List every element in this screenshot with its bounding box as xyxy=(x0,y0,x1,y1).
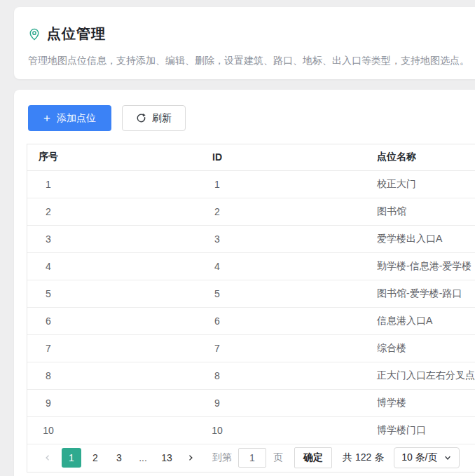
cell-id: 4 xyxy=(69,252,365,280)
cell-id: 8 xyxy=(69,362,365,389)
cell-index: 3 xyxy=(27,225,69,252)
page-button-1[interactable]: 1 xyxy=(62,448,81,468)
chevron-right-icon xyxy=(186,454,195,462)
page-description: 管理地图点位信息，支持添加、编辑、删除，设置建筑、路口、地标、出入口等类型，支持… xyxy=(28,53,475,67)
cell-name: 爱学楼出入口A xyxy=(365,225,475,252)
page-size-select[interactable]: 10 条/页 xyxy=(394,447,459,468)
cell-name: 博学楼 xyxy=(365,389,475,416)
cell-index: 6 xyxy=(27,307,69,334)
table-row: 3 3 爱学楼出入口A xyxy=(27,225,475,252)
cell-index: 7 xyxy=(27,334,69,362)
cell-id: 6 xyxy=(69,307,365,334)
table-row: 4 4 勤学楼-信息港-爱学楼 xyxy=(27,252,475,280)
table-row: 5 5 图书馆-爱学楼-路口 xyxy=(27,280,475,307)
prev-page-button[interactable] xyxy=(38,448,57,468)
cell-name: 信息港入口A xyxy=(365,307,475,334)
next-page-button[interactable] xyxy=(181,448,200,468)
cell-id: 7 xyxy=(69,334,365,362)
page-title: 点位管理 xyxy=(47,25,106,43)
confirm-button[interactable]: 确定 xyxy=(294,447,332,468)
cell-name: 博学楼门口 xyxy=(365,416,475,444)
cell-index: 9 xyxy=(27,389,69,416)
add-point-label: 添加点位 xyxy=(57,112,96,125)
page-size-value: 10 条/页 xyxy=(401,451,437,464)
page-ellipsis: ... xyxy=(133,448,153,468)
points-table-container: 序号 ID 点位名称 1 1 校正大门 2 2 图书馆 3 3 xyxy=(27,144,475,472)
points-table: 序号 ID 点位名称 1 1 校正大门 2 2 图书馆 3 3 xyxy=(27,144,475,444)
total-count-label: 共 122 条 xyxy=(343,451,384,464)
cell-name: 勤学楼-信息港-爱学楼 xyxy=(365,252,475,280)
goto-page-input[interactable] xyxy=(238,448,266,468)
cell-id: 2 xyxy=(69,198,365,225)
page-button-3[interactable]: 3 xyxy=(109,448,129,468)
location-pin-icon xyxy=(28,28,41,41)
table-row: 8 8 正大门入口左右分叉点 xyxy=(27,362,475,389)
cell-index: 8 xyxy=(27,362,69,389)
cell-name: 图书馆 xyxy=(365,198,475,225)
table-header-row: 序号 ID 点位名称 xyxy=(27,144,475,170)
cell-name: 正大门入口左右分叉点 xyxy=(365,362,475,389)
add-point-button[interactable]: + 添加点位 xyxy=(28,105,111,131)
column-header-id: ID xyxy=(69,144,365,170)
column-header-index: 序号 xyxy=(27,144,69,170)
cell-index: 1 xyxy=(27,170,69,198)
cell-id: 3 xyxy=(69,225,365,252)
cell-index: 10 xyxy=(27,416,69,444)
cell-id: 1 xyxy=(69,170,365,198)
toolbar: + 添加点位 刷新 xyxy=(28,105,475,131)
cell-name: 校正大门 xyxy=(365,170,475,198)
cell-id: 5 xyxy=(69,280,365,307)
table-row: 2 2 图书馆 xyxy=(27,198,475,225)
chevron-down-icon xyxy=(443,454,452,462)
cell-name: 图书馆-爱学楼-路口 xyxy=(365,280,475,307)
header-card: 点位管理 管理地图点位信息，支持添加、编辑、删除，设置建筑、路口、地标、出入口等… xyxy=(14,7,475,79)
refresh-icon xyxy=(136,113,146,123)
chevron-left-icon xyxy=(43,454,52,462)
cell-index: 5 xyxy=(27,280,69,307)
refresh-button[interactable]: 刷新 xyxy=(122,105,186,131)
column-header-name: 点位名称 xyxy=(365,144,475,170)
page-button-2[interactable]: 2 xyxy=(85,448,105,468)
cell-index: 2 xyxy=(27,198,69,225)
title-row: 点位管理 xyxy=(28,25,475,43)
page-unit-label: 页 xyxy=(273,451,283,464)
cell-id: 10 xyxy=(69,416,365,444)
cell-name: 综合楼 xyxy=(365,334,475,362)
plus-icon: + xyxy=(43,112,50,124)
refresh-label: 刷新 xyxy=(152,112,172,125)
goto-page-label: 到第 xyxy=(212,451,232,464)
page-button-13[interactable]: 13 xyxy=(157,448,177,468)
table-row: 9 9 博学楼 xyxy=(27,389,475,416)
table-row: 7 7 综合楼 xyxy=(27,334,475,362)
cell-index: 4 xyxy=(27,252,69,280)
table-row: 1 1 校正大门 xyxy=(27,170,475,198)
main-card: + 添加点位 刷新 序号 ID 点位名称 xyxy=(14,90,475,476)
cell-id: 9 xyxy=(69,389,365,416)
pagination-bar: 1 2 3 ... 13 到第 页 确定 共 122 条 10 条/页 xyxy=(27,444,475,472)
table-row: 6 6 信息港入口A xyxy=(27,307,475,334)
table-row: 10 10 博学楼门口 xyxy=(27,416,475,444)
